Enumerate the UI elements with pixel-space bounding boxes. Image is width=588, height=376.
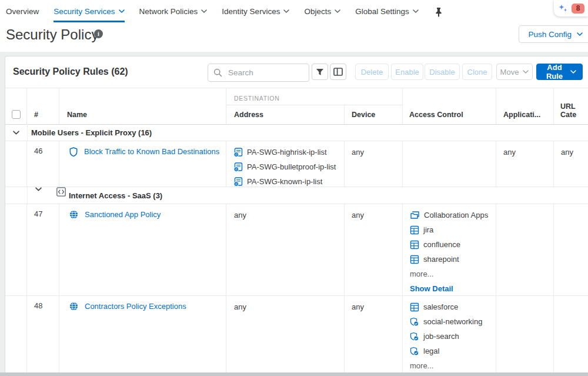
row-select-cell[interactable] bbox=[5, 141, 27, 187]
application-cell bbox=[496, 296, 554, 375]
pin-icon[interactable] bbox=[435, 0, 443, 22]
group-row-internet-access-saas[interactable]: Internet Access - SaaS (3) bbox=[5, 187, 588, 204]
search-input[interactable] bbox=[227, 68, 309, 78]
device-value: any bbox=[352, 148, 364, 157]
add-rule-button[interactable]: Add Rule bbox=[536, 64, 583, 80]
info-icon[interactable]: i bbox=[94, 29, 103, 38]
search-icon bbox=[213, 68, 222, 77]
column-header-address[interactable]: Address bbox=[226, 105, 345, 124]
access-control-label: Collaboration Apps bbox=[424, 211, 488, 219]
nav-item-security-services[interactable]: Security Services bbox=[54, 0, 124, 22]
nav-item-overview[interactable]: Overview bbox=[6, 0, 39, 22]
chevron-down-icon[interactable] bbox=[13, 131, 19, 135]
rule-name-link[interactable]: Sanctioned App Policy bbox=[85, 210, 161, 219]
url-category-cell bbox=[554, 204, 588, 295]
column-header-name[interactable]: Name bbox=[59, 88, 226, 124]
column-header-application[interactable]: Applicati... bbox=[496, 88, 554, 124]
address-item[interactable]: PA-SWG-bulletproof-ip-list bbox=[233, 159, 340, 174]
app-grid-icon bbox=[410, 255, 419, 264]
chevron-down-icon bbox=[119, 9, 125, 13]
column-group-destination: DESTINATION bbox=[226, 88, 403, 105]
row-select-cell[interactable] bbox=[5, 296, 27, 375]
rule-number: 48 bbox=[27, 296, 59, 375]
address-item[interactable]: PA-SWG-highrisk-ip-list bbox=[233, 145, 340, 159]
access-control-item[interactable]: Collaboration Apps bbox=[410, 208, 492, 222]
table-body: Mobile Users - Explicit Proxy (16) 46 Bl… bbox=[5, 124, 588, 375]
table-title: Security Policy Rules (62) bbox=[13, 66, 128, 77]
url-category-value: any bbox=[561, 148, 573, 157]
app-grid-icon bbox=[410, 240, 419, 249]
nav-item-identity-services[interactable]: Identity Services bbox=[222, 0, 289, 22]
rules-table-card: Security Policy Rules (62) Delete Enable bbox=[5, 56, 588, 376]
rule-number: 47 bbox=[27, 204, 59, 295]
table-toolbar: Security Policy Rules (62) Delete Enable bbox=[5, 56, 588, 88]
access-control-item[interactable]: legal bbox=[410, 344, 492, 358]
nav-label: Global Settings bbox=[355, 7, 409, 16]
url-category-icon bbox=[410, 347, 419, 356]
access-control-label: jira bbox=[423, 225, 433, 234]
edl-list-icon bbox=[233, 162, 243, 172]
app-grid-icon bbox=[410, 225, 419, 235]
filter-button[interactable] bbox=[312, 64, 328, 80]
shield-icon bbox=[69, 147, 78, 157]
edl-list-icon bbox=[233, 148, 243, 157]
enable-button[interactable]: Enable bbox=[391, 64, 423, 80]
chevron-down-icon bbox=[570, 70, 576, 74]
access-control-item[interactable]: salesforce bbox=[410, 300, 492, 314]
address-item[interactable]: PA-SWG-known-ip-list bbox=[233, 174, 340, 187]
access-control-item[interactable]: jira bbox=[410, 222, 492, 237]
more-link[interactable]: more... bbox=[410, 361, 433, 370]
delete-button[interactable]: Delete bbox=[355, 64, 389, 80]
access-control-item[interactable]: sharepoint bbox=[410, 252, 492, 267]
chevron-down-icon bbox=[283, 9, 289, 13]
column-header-number[interactable]: # bbox=[27, 88, 59, 124]
access-control-label: salesforce bbox=[423, 302, 458, 311]
page-body: Security Policy Rules (62) Delete Enable bbox=[0, 52, 588, 376]
access-control-label: legal bbox=[423, 347, 439, 355]
move-button[interactable]: Move bbox=[496, 64, 533, 80]
show-detail-link[interactable]: Show Detail bbox=[410, 284, 453, 293]
access-control-label: job-search bbox=[423, 332, 459, 341]
enable-label: Enable bbox=[395, 68, 419, 76]
address-label: PA-SWG-known-ip-list bbox=[247, 177, 322, 186]
column-header-url-category[interactable]: URL Cate bbox=[554, 88, 588, 124]
chevron-down-icon bbox=[577, 32, 583, 36]
select-all-checkbox[interactable] bbox=[12, 110, 21, 119]
rule-name-link[interactable]: Block Traffic to Known Bad Destinations bbox=[84, 147, 219, 156]
access-control-label: confluence bbox=[423, 240, 460, 249]
nav-item-objects[interactable]: Objects bbox=[304, 0, 340, 22]
copilot-widget[interactable]: 8 bbox=[554, 0, 588, 16]
column-header-access-control[interactable]: Access Control bbox=[403, 88, 496, 124]
table-header: # Name DESTINATION Address Device Access… bbox=[5, 88, 588, 125]
notification-badge: 8 bbox=[572, 4, 584, 14]
clone-button[interactable]: Clone bbox=[462, 64, 492, 80]
edl-list-icon bbox=[233, 177, 243, 187]
address-value: any bbox=[234, 302, 246, 311]
access-control-item[interactable]: social-networking bbox=[410, 314, 492, 329]
group-row-mobile-users[interactable]: Mobile Users - Explicit Proxy (16) bbox=[5, 124, 588, 141]
more-link[interactable]: more... bbox=[410, 269, 433, 278]
nav-item-global-settings[interactable]: Global Settings bbox=[355, 0, 419, 22]
code-brackets-icon bbox=[56, 187, 66, 197]
access-control-item[interactable]: confluence bbox=[410, 237, 492, 252]
nav-item-network-policies[interactable]: Network Policies bbox=[139, 0, 208, 22]
access-control-label: social-networking bbox=[423, 317, 482, 326]
column-header-device[interactable]: Device bbox=[345, 105, 403, 124]
chevron-down-icon[interactable] bbox=[35, 187, 42, 191]
push-config-button[interactable]: Push Config bbox=[519, 25, 588, 43]
columns-button[interactable] bbox=[330, 64, 346, 80]
rule-row-46: 46 Block Traffic to Known Bad Destinatio… bbox=[5, 141, 588, 187]
nav-label: Network Policies bbox=[139, 7, 198, 16]
rule-name-link[interactable]: Contractors Policy Exceptions bbox=[85, 302, 186, 311]
horizontal-scrollbar[interactable] bbox=[0, 372, 588, 376]
address-value: any bbox=[234, 211, 246, 219]
disable-button[interactable]: Disable bbox=[425, 64, 460, 80]
nav-label: Objects bbox=[304, 7, 331, 16]
row-select-cell[interactable] bbox=[5, 204, 27, 295]
nav-label: Overview bbox=[6, 7, 39, 16]
globe-icon bbox=[69, 210, 78, 219]
access-control-item[interactable]: job-search bbox=[410, 329, 492, 344]
url-category-icon bbox=[410, 317, 419, 327]
url-category-icon bbox=[410, 332, 419, 341]
disable-label: Disable bbox=[429, 68, 455, 76]
